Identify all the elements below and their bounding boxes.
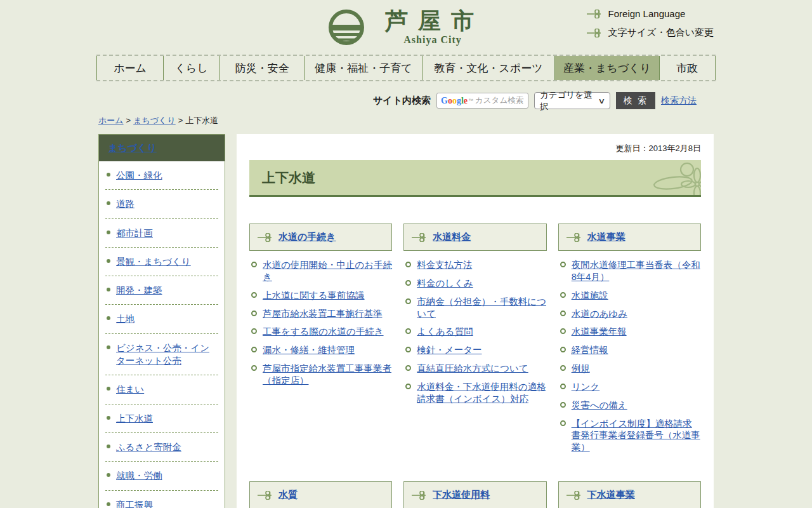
ring-bullet-icon — [560, 402, 566, 408]
list-item: リンク — [560, 381, 701, 393]
breadcrumb-machizukuri[interactable]: まちづくり — [133, 116, 176, 125]
ring-bullet-icon — [405, 280, 411, 286]
search-button[interactable]: 検 索 — [616, 92, 655, 109]
sidebar-item-commerce: 商工振興 — [105, 491, 218, 508]
bullet-icon — [107, 288, 110, 291]
bullet-icon — [107, 259, 110, 263]
bullet-icon — [107, 173, 110, 177]
main-panel: 更新日：2013年2月8日 上下水道 水道の手続き — [237, 134, 714, 508]
sidebar-item-landscape: 景観・まちづくり — [105, 248, 218, 276]
sprig-icon — [412, 233, 427, 242]
ring-bullet-icon — [251, 311, 257, 316]
category-select-value: カテゴリを選択 — [540, 90, 599, 112]
ring-bullet-icon — [405, 365, 411, 371]
search-input[interactable]: Google™ カスタム検索 — [436, 93, 528, 109]
list-item: 災害への備え — [560, 399, 701, 411]
section-water-rates: 水道料金 料金支払方法 料金のしくみ 市納金（分担金）・手数料について よくある… — [403, 224, 546, 411]
section-header: 水道料金 — [403, 224, 546, 251]
section-title-link[interactable]: 水質 — [278, 489, 298, 501]
search-label: サイト内検索 — [373, 95, 431, 107]
bullet-icon — [107, 502, 110, 506]
section-title-link[interactable]: 水道の手続き — [278, 231, 336, 243]
list-item: 上水道に関する事前協議 — [251, 290, 392, 302]
section-header: 水質 — [249, 481, 392, 508]
bullet-icon — [107, 416, 110, 420]
sidebar-item-business: ビジネス・公売・インターネット公売 — [105, 334, 218, 376]
nav-item-kyouiku[interactable]: 教育・文化・スポーツ — [422, 56, 554, 80]
breadcrumb: ホーム>まちづくり>上下水道 — [98, 115, 812, 126]
section-title-link[interactable]: 下水道使用料 — [433, 489, 490, 501]
ring-bullet-icon — [560, 262, 566, 267]
header-utility-links: Foreign Language 文字サイズ・色合い変更 — [587, 8, 714, 39]
list-item: 市納金（分担金）・手数料について — [405, 296, 546, 320]
sidebar-header: まちづくり — [99, 135, 225, 161]
chevron-down-icon: ∨ — [598, 97, 605, 105]
ring-bullet-icon — [560, 347, 566, 352]
breadcrumb-home[interactable]: ホーム — [98, 116, 124, 125]
bullet-icon — [107, 231, 110, 234]
ring-bullet-icon — [560, 365, 566, 371]
list-item: 水道の使用開始・中止のお手続き — [251, 259, 392, 283]
list-item: 水道施設 — [560, 290, 701, 302]
section-header: 水道の手続き — [249, 224, 392, 251]
ring-bullet-icon — [251, 292, 257, 298]
placeholder-google: G — [441, 96, 448, 106]
ring-bullet-icon — [405, 262, 411, 267]
sidebar-item-employment: 就職・労働 — [105, 462, 218, 490]
nav-item-bousai[interactable]: 防災・安全 — [219, 56, 304, 80]
ring-bullet-icon — [560, 420, 566, 426]
list-item: 芦屋市給水装置工事施行基準 — [251, 308, 392, 320]
content: まちづくり 公園・緑化 道路 都市計画 景観・まちづくり 開発・建築 土地 ビジ… — [98, 134, 714, 508]
section-title-link[interactable]: 下水道事業 — [587, 489, 635, 501]
sidebar-item-water-sewer: 上下水道 — [105, 404, 218, 433]
bullet-icon — [107, 444, 110, 448]
foreign-language-label: Foreign Language — [608, 8, 686, 19]
sidebar-item-development: 開発・建築 — [105, 276, 218, 305]
bullet-icon — [107, 345, 110, 349]
sidebar-item-roads: 道路 — [105, 190, 218, 218]
sidebar: まちづくり 公園・緑化 道路 都市計画 景観・まちづくり 開発・建築 土地 ビジ… — [98, 134, 225, 508]
category-select[interactable]: カテゴリを選択 ∨ — [534, 92, 610, 109]
list-item: よくある質問 — [405, 326, 546, 338]
sidebar-title-link[interactable]: まちづくり — [108, 142, 157, 154]
ring-bullet-icon — [560, 384, 566, 389]
site-logo[interactable]: 芦屋市 Ashiya City — [328, 9, 484, 46]
updated-date: 更新日：2013年2月8日 — [249, 134, 701, 160]
sidebar-list: 公園・緑化 道路 都市計画 景観・まちづくり 開発・建築 土地 ビジネス・公売・… — [99, 161, 225, 508]
list-item: 水道のあゆみ — [560, 308, 701, 320]
nav-item-kenkou[interactable]: 健康・福祉・子育て — [304, 56, 421, 80]
nav-item-home[interactable]: ホーム — [96, 56, 163, 80]
sprig-icon — [566, 233, 582, 242]
nav-item-shisei[interactable]: 市政 — [659, 56, 716, 80]
sprig-icon — [587, 10, 602, 18]
section-title-link[interactable]: 水道料金 — [433, 231, 471, 243]
ring-bullet-icon — [251, 347, 257, 352]
nav-item-kurashi[interactable]: くらし — [163, 56, 219, 80]
ring-bullet-icon — [251, 262, 257, 267]
ring-bullet-icon — [405, 347, 411, 352]
site-title: 芦屋市 Ashiya City — [381, 10, 484, 46]
search-help-link[interactable]: 検索方法 — [661, 95, 697, 107]
ring-bullet-icon — [405, 384, 411, 389]
sidebar-item-urban-planning: 都市計画 — [105, 219, 218, 248]
site-search: サイト内検索 Google™ カスタム検索 カテゴリを選択 ∨ 検 索 検索方法 — [96, 92, 697, 109]
list-item: 料金のしくみ — [405, 277, 546, 290]
list-item: 夜間水道修理工事当番表（令和8年4月） — [560, 259, 701, 283]
ornament-flower-icon — [644, 160, 701, 197]
bullet-icon — [107, 473, 110, 477]
ring-bullet-icon — [560, 292, 566, 298]
section-title-link[interactable]: 水道事業 — [587, 231, 625, 243]
list-item: 検針・メーター — [405, 344, 546, 356]
accessibility-link[interactable]: 文字サイズ・色合い変更 — [587, 27, 714, 39]
foreign-language-link[interactable]: Foreign Language — [587, 8, 714, 19]
section-header: 水道事業 — [558, 224, 701, 251]
nav-item-sangyou[interactable]: 産業・まちづくり — [554, 56, 659, 80]
sprig-icon — [258, 233, 273, 242]
placeholder-suffix: カスタム検索 — [475, 95, 523, 106]
sidebar-item-housing: 住まい — [105, 375, 218, 404]
bullet-icon — [107, 387, 110, 391]
link-list: 料金支払方法 料金のしくみ 市納金（分担金）・手数料について よくある質問 検針… — [403, 259, 546, 405]
ring-bullet-icon — [560, 328, 566, 334]
category-grid: 水道の手続き 水道の使用開始・中止のお手続き 上水道に関する事前協議 芦屋市給水… — [249, 224, 701, 508]
ring-bullet-icon — [251, 365, 257, 371]
